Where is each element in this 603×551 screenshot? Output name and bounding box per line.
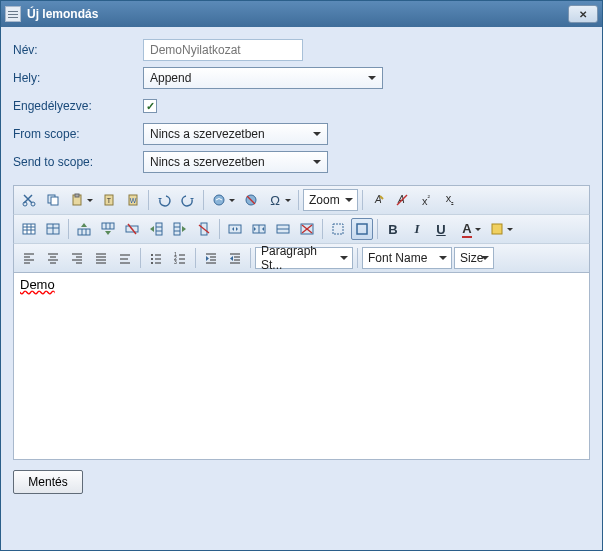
from-scope-select[interactable]: Nincs a szervezetben — [143, 123, 328, 145]
window-title: Új lemondás — [27, 7, 568, 21]
titlebar: Új lemondás ✕ — [1, 1, 602, 27]
svg-rect-40 — [229, 225, 241, 233]
send-scope-label: Send to scope: — [13, 155, 143, 169]
italic-button[interactable]: I — [406, 218, 428, 240]
cell-props-icon[interactable] — [327, 218, 349, 240]
cut-icon[interactable] — [18, 189, 40, 211]
insert-table-icon[interactable] — [18, 218, 40, 240]
undo-icon[interactable] — [153, 189, 175, 211]
link-icon[interactable] — [208, 189, 238, 211]
svg-text:3: 3 — [174, 259, 177, 265]
delete-table-icon[interactable] — [296, 218, 318, 240]
svg-rect-35 — [174, 223, 180, 235]
toolbar-row-1: T W Ω Zoom A A x² x₂ — [13, 185, 590, 214]
bullet-list-icon[interactable] — [145, 247, 167, 269]
separator — [148, 190, 149, 210]
unlink-icon[interactable] — [240, 189, 262, 211]
svg-rect-5 — [75, 194, 79, 197]
svg-rect-16 — [23, 224, 35, 234]
delete-row-icon[interactable] — [121, 218, 143, 240]
font-name-select[interactable]: Font Name — [362, 247, 452, 269]
indent-icon[interactable] — [200, 247, 222, 269]
toolbar-row-3: 123 Paragraph St... Font Name Size — [13, 243, 590, 272]
bg-color-button[interactable] — [486, 218, 516, 240]
svg-rect-50 — [492, 224, 502, 234]
separator — [357, 248, 358, 268]
svg-point-74 — [151, 262, 153, 264]
name-label: Név: — [13, 43, 143, 57]
close-button[interactable]: ✕ — [568, 5, 598, 23]
font-size-select[interactable]: Size — [454, 247, 494, 269]
paste-word-icon[interactable]: W — [122, 189, 144, 211]
svg-point-72 — [151, 258, 153, 260]
svg-text:W: W — [130, 197, 137, 204]
redo-icon[interactable] — [177, 189, 199, 211]
content-area: Név: Hely: Append Engedélyezve: From sco… — [1, 27, 602, 550]
paragraph-style-select[interactable]: Paragraph St... — [255, 247, 353, 269]
number-list-icon[interactable]: 123 — [169, 247, 191, 269]
table-border-icon[interactable] — [351, 218, 373, 240]
separator — [68, 219, 69, 239]
toolbar-row-2: B I U A — [13, 214, 590, 243]
align-none-icon[interactable] — [114, 247, 136, 269]
separator — [250, 248, 251, 268]
paste-icon[interactable] — [66, 189, 96, 211]
align-left-icon[interactable] — [18, 247, 40, 269]
align-right-icon[interactable] — [66, 247, 88, 269]
svg-rect-3 — [51, 197, 58, 205]
place-label: Hely: — [13, 71, 143, 85]
format-painter-icon[interactable]: A — [367, 189, 389, 211]
svg-text:T: T — [107, 197, 112, 204]
svg-rect-48 — [333, 224, 343, 234]
separator — [362, 190, 363, 210]
align-justify-icon[interactable] — [90, 247, 112, 269]
zoom-select[interactable]: Zoom — [303, 189, 358, 211]
align-center-icon[interactable] — [42, 247, 64, 269]
svg-point-1 — [31, 202, 35, 206]
editor-text: Demo — [20, 277, 55, 292]
subscript-icon[interactable]: x₂ — [439, 189, 461, 211]
insert-row-above-icon[interactable] — [73, 218, 95, 240]
form-icon — [5, 6, 21, 22]
separator — [322, 219, 323, 239]
clear-format-icon[interactable]: A — [391, 189, 413, 211]
merge-horiz-icon[interactable] — [272, 218, 294, 240]
separator — [195, 248, 196, 268]
insert-col-left-icon[interactable] — [145, 218, 167, 240]
separator — [377, 219, 378, 239]
superscript-icon[interactable]: x² — [415, 189, 437, 211]
editor-textarea[interactable]: Demo — [13, 272, 590, 460]
split-cell-icon[interactable] — [248, 218, 270, 240]
copy-icon[interactable] — [42, 189, 64, 211]
name-input[interactable] — [143, 39, 303, 61]
editor: T W Ω Zoom A A x² x₂ — [13, 185, 590, 460]
place-select[interactable]: Append — [143, 67, 383, 89]
dialog-window: Új lemondás ✕ Név: Hely: Append Engedély… — [0, 0, 603, 551]
insert-col-right-icon[interactable] — [169, 218, 191, 240]
underline-button[interactable]: U — [430, 218, 452, 240]
svg-point-10 — [214, 195, 224, 205]
svg-rect-32 — [156, 223, 162, 235]
outdent-icon[interactable] — [224, 247, 246, 269]
svg-point-70 — [151, 254, 153, 256]
paste-text-icon[interactable]: T — [98, 189, 120, 211]
from-scope-label: From scope: — [13, 127, 143, 141]
insert-row-below-icon[interactable] — [97, 218, 119, 240]
svg-rect-49 — [357, 224, 367, 234]
svg-rect-27 — [102, 223, 114, 229]
send-scope-select[interactable]: Nincs a szervezetben — [143, 151, 328, 173]
svg-rect-24 — [78, 229, 90, 235]
symbol-icon[interactable]: Ω — [264, 189, 294, 211]
separator — [219, 219, 220, 239]
font-color-button[interactable]: A — [454, 218, 484, 240]
bold-button[interactable]: B — [382, 218, 404, 240]
enabled-checkbox[interactable] — [143, 99, 157, 113]
table-wizard-icon[interactable] — [42, 218, 64, 240]
separator — [298, 190, 299, 210]
separator — [140, 248, 141, 268]
save-button[interactable]: Mentés — [13, 470, 83, 494]
merge-cells-icon[interactable] — [224, 218, 246, 240]
separator — [203, 190, 204, 210]
delete-col-icon[interactable] — [193, 218, 215, 240]
enabled-label: Engedélyezve: — [13, 99, 143, 113]
